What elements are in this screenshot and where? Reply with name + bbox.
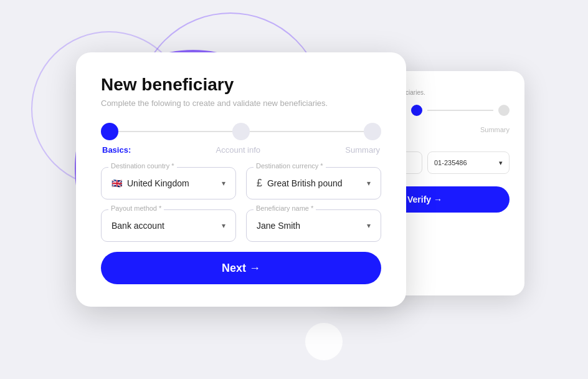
destination-currency-value: Great British pound <box>267 178 343 188</box>
beneficiary-name-chevron: ▾ <box>367 221 371 230</box>
destination-currency-chevron: ▾ <box>367 179 371 188</box>
beneficiary-name-label: Beneficiary name * <box>254 204 316 212</box>
form-row-1: Destination country * 🇬🇧 United Kingdom … <box>101 167 381 199</box>
cards-wrapper: and validate new beneficiaries. Account … <box>76 52 512 327</box>
back-account-number-value: 01-235486 <box>434 159 467 166</box>
back-step-dot-active <box>411 105 422 116</box>
payout-method-wrapper: Payout method * Bank account ▾ <box>101 209 236 242</box>
back-step-dot-inactive <box>498 105 510 116</box>
back-step-label-inactive: Summary <box>480 126 510 133</box>
next-button-label: Next → <box>222 262 260 275</box>
beneficiary-name-select[interactable]: Jane Smith ▾ <box>246 209 381 242</box>
destination-country-value: United Kingdom <box>127 178 189 188</box>
page-subtitle: Complete the folowing to create and vali… <box>101 98 381 108</box>
form-row-2: Payout method * Bank account ▾ Beneficia… <box>101 209 381 242</box>
destination-currency-content: £ Great British pound <box>257 178 343 189</box>
destination-country-label: Destination country * <box>108 162 177 170</box>
pound-icon: £ <box>257 178 262 189</box>
uk-flag-icon: 🇬🇧 <box>111 178 122 188</box>
stepper <box>101 123 381 140</box>
destination-currency-label: Destination currency * <box>254 162 326 170</box>
step-1-label: Basics: <box>102 145 131 155</box>
destination-country-select[interactable]: 🇬🇧 United Kingdom ▾ <box>101 167 236 199</box>
step-2-label: Account info <box>216 145 261 155</box>
step-1-circle <box>101 123 118 140</box>
payout-method-value: Bank account <box>111 221 164 231</box>
back-account-number-chevron: ▾ <box>499 159 503 167</box>
page-title: New beneficiary <box>101 75 381 95</box>
next-button[interactable]: Next → <box>101 252 381 284</box>
beneficiary-name-value: Jane Smith <box>257 221 300 231</box>
step-labels: Basics: Account info Summary <box>101 145 381 155</box>
verify-button-label: Verify → <box>407 194 442 204</box>
payout-method-select[interactable]: Bank account ▾ <box>101 209 236 242</box>
destination-country-content: 🇬🇧 United Kingdom <box>111 178 189 188</box>
step-3-label: Summary <box>345 145 380 155</box>
beneficiary-name-content: Jane Smith <box>257 221 300 231</box>
destination-currency-wrapper: Destination currency * £ Great British p… <box>246 167 381 199</box>
bg-circle-small <box>305 323 343 360</box>
destination-country-chevron: ▾ <box>222 179 225 188</box>
step-3-circle <box>364 123 381 140</box>
step-line-1 <box>118 131 232 132</box>
back-account-number-field[interactable]: 01-235486 ▾ <box>427 151 510 174</box>
destination-country-wrapper: Destination country * 🇬🇧 United Kingdom … <box>101 167 236 199</box>
back-step-line-right <box>427 110 493 111</box>
payout-method-label: Payout method * <box>108 204 164 212</box>
payout-method-chevron: ▾ <box>222 221 225 230</box>
main-card: New beneficiary Complete the folowing to… <box>76 52 406 307</box>
beneficiary-name-wrapper: Beneficiary name * Jane Smith ▾ <box>246 209 381 242</box>
payout-method-content: Bank account <box>111 221 164 231</box>
step-line-2 <box>250 131 364 132</box>
destination-currency-select[interactable]: £ Great British pound ▾ <box>246 167 381 199</box>
step-2-circle <box>232 123 250 140</box>
